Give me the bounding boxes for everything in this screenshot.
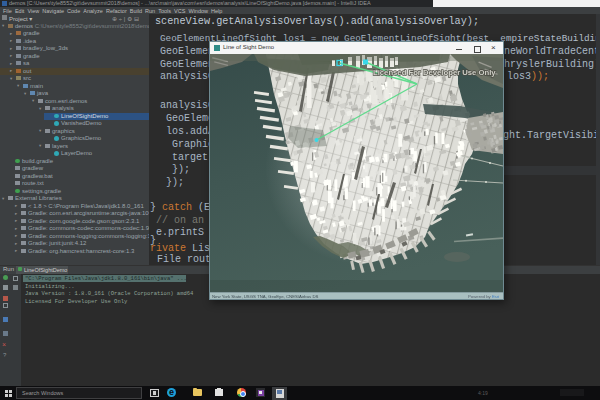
- svg-text:New York State, USGS TNA, GeoE: New York State, USGS TNA, GeoEye, CNES/A…: [212, 294, 319, 299]
- svg-text:Powered by Esri: Powered by Esri: [468, 294, 499, 299]
- svg-text:Licensed For Developer Use Onl: Licensed For Developer Use Only: [373, 68, 496, 77]
